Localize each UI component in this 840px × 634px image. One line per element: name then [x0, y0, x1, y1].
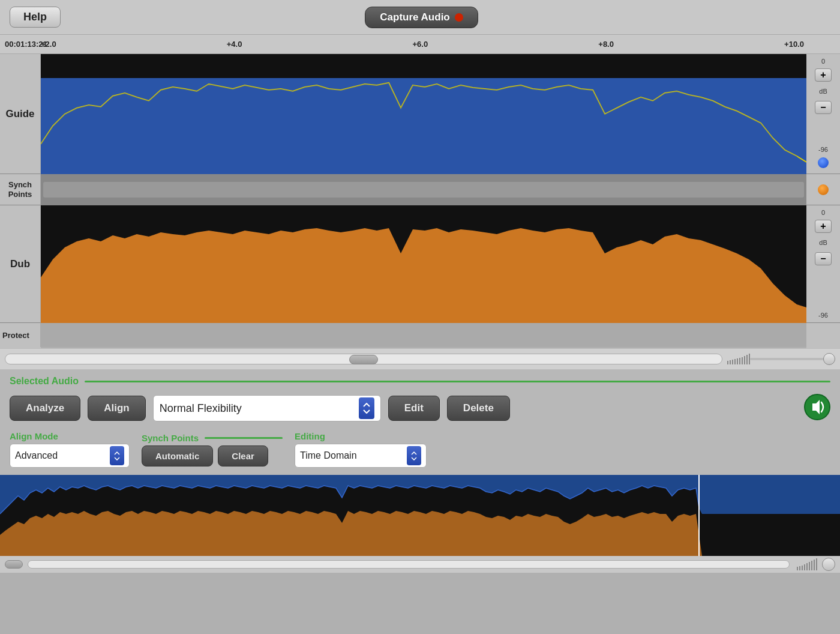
edit-button[interactable]: Edit	[388, 396, 440, 421]
protect-scale	[806, 323, 840, 347]
synch-line	[205, 437, 283, 439]
chevron-down-icon	[363, 409, 370, 414]
dub-db-label: dB	[819, 239, 827, 246]
bottom-scroll-thumb[interactable]	[5, 560, 23, 569]
capture-audio-label: Capture Audio	[380, 11, 449, 23]
ruler-mark-10: +10.0	[784, 40, 804, 49]
synch-points-group: Synch Points Automatic Clear	[142, 433, 283, 466]
flexibility-dropdown[interactable]: Normal Flexibility	[153, 395, 381, 421]
editing-label: Editing	[295, 431, 427, 441]
main-controls-row: Analyze Align Normal Flexibility Edit De…	[10, 394, 830, 423]
dub-track[interactable]	[41, 205, 806, 323]
editing-group: Editing Time Domain	[295, 431, 427, 468]
editing-chevron-up-icon	[411, 451, 417, 455]
left-labels: Guide Synch Points Dub Protect	[0, 54, 41, 348]
bottom-scrollbar[interactable]	[0, 556, 840, 573]
editing-chevron-down-icon	[411, 457, 417, 460]
align-button[interactable]: Align	[88, 396, 146, 421]
synch-label-row: Synch Points	[142, 433, 283, 443]
protect-label: Protect	[0, 323, 41, 347]
dub-zero: 0	[821, 209, 825, 216]
align-mode-dropdown[interactable]: Advanced	[10, 444, 130, 468]
dub-scale: 0 + dB − -96	[806, 205, 840, 323]
clear-button[interactable]: Clear	[218, 445, 268, 466]
waveform-section: Guide Synch Points Dub Protect	[0, 54, 840, 348]
editing-dropdown[interactable]: Time Domain	[295, 444, 427, 468]
editing-arrows[interactable]	[407, 446, 421, 465]
zoom-slider[interactable]	[727, 354, 835, 364]
guide-zero: 0	[821, 58, 825, 65]
flexibility-arrows[interactable]	[359, 397, 374, 419]
right-panel: 0 + dB − -96 0 + dB − -96	[806, 54, 840, 348]
guide-label: Guide	[0, 54, 41, 174]
flexibility-value: Normal Flexibility	[160, 402, 359, 415]
editing-value: Time Domain	[300, 450, 407, 461]
protect-bar	[41, 323, 806, 347]
top-bar: Help Capture Audio	[0, 0, 840, 35]
ruler-mark-4: +4.0	[227, 40, 242, 49]
automatic-button[interactable]: Automatic	[142, 445, 213, 466]
zoom-track[interactable]	[750, 358, 835, 360]
align-mode-arrows[interactable]	[110, 446, 124, 465]
guide-zoom-out-button[interactable]: −	[815, 101, 832, 114]
timecode-display: 00:01:13:21	[5, 40, 47, 49]
main-scrollbar[interactable]	[0, 348, 840, 370]
guide-scale: 0 + dB − -96	[806, 54, 840, 174]
scroll-thumb[interactable]	[349, 355, 378, 364]
bottom-waveform-area[interactable]	[0, 475, 840, 556]
guide-db-label: dB	[819, 88, 827, 95]
delete-button[interactable]: Delete	[447, 396, 510, 421]
guide-minus96: -96	[818, 146, 828, 153]
dub-zoom-out-button[interactable]: −	[815, 252, 832, 265]
record-dot-icon	[455, 13, 463, 22]
mode-controls-row: Align Mode Advanced Synch Points Automat…	[10, 431, 830, 468]
zoom-thumb[interactable]	[823, 353, 835, 365]
dub-zoom-in-button[interactable]: +	[815, 220, 832, 233]
bottom-scroll-track[interactable]	[28, 560, 790, 569]
guide-waveform-svg	[41, 54, 806, 174]
guide-track[interactable]	[41, 54, 806, 174]
selected-audio-line	[85, 381, 830, 382]
controls-section: Selected Audio Analyze Align Normal Flex…	[0, 370, 840, 475]
speaker-icon[interactable]	[804, 394, 830, 423]
synch-points-ctrl-label: Synch Points	[142, 433, 199, 443]
align-mode-label: Align Mode	[10, 431, 130, 441]
ruler-mark-8: +8.0	[598, 40, 614, 49]
bottom-waveform-svg	[0, 475, 840, 556]
scroll-track[interactable]	[5, 354, 722, 364]
selected-audio-label: Selected Audio	[10, 376, 79, 387]
help-button[interactable]: Help	[10, 7, 61, 28]
synch-indicator-dot	[818, 184, 829, 195]
bottom-zoom-thumb[interactable]	[822, 558, 835, 571]
align-chevron-down-icon	[114, 457, 120, 460]
dub-minus96: -96	[818, 312, 828, 319]
dub-waveform-svg	[41, 205, 806, 323]
ruler-mark-6: +6.0	[413, 40, 428, 49]
align-mode-group: Align Mode Advanced	[10, 431, 130, 468]
capture-audio-button[interactable]: Capture Audio	[365, 7, 478, 28]
selected-audio-row: Selected Audio	[10, 376, 830, 387]
align-mode-value: Advanced	[15, 450, 110, 461]
bottom-zoom-ticks	[797, 558, 817, 570]
guide-zoom-in-button[interactable]: +	[815, 68, 832, 82]
analyze-button[interactable]: Analyze	[10, 396, 80, 421]
guide-indicator-dot	[818, 157, 829, 168]
timeline-ruler: 00:01:13:21 +2.0 +4.0 +6.0 +8.0 +10.0	[0, 35, 840, 54]
synch-buttons: Automatic Clear	[142, 445, 283, 466]
ruler-marks: +2.0 +4.0 +6.0 +8.0 +10.0	[41, 40, 804, 49]
synch-points-label: Synch Points	[0, 174, 41, 205]
speaker-svg	[804, 394, 830, 420]
tracks-area	[41, 54, 806, 348]
dub-label: Dub	[0, 205, 41, 323]
synch-scale	[806, 174, 840, 205]
synch-points-bar[interactable]	[41, 174, 806, 205]
align-chevron-up-icon	[114, 451, 120, 455]
chevron-up-icon	[363, 403, 370, 407]
